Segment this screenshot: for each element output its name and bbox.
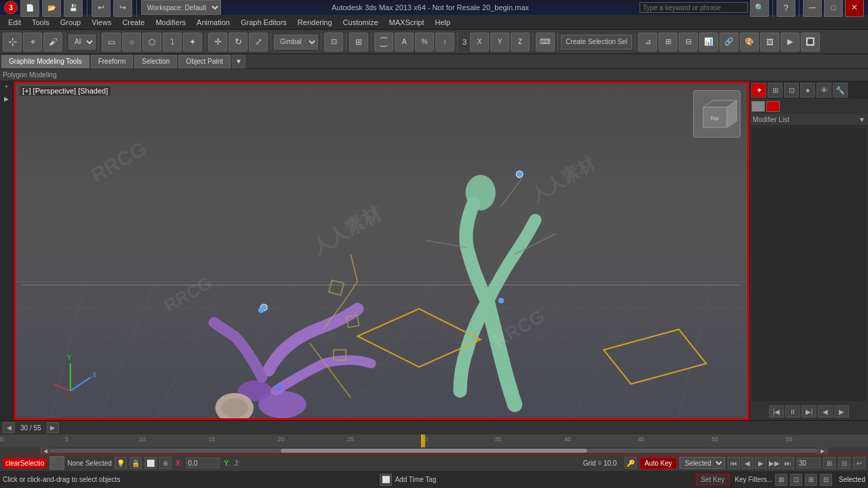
redo[interactable]: ↪: [113, 0, 132, 17]
nav-cube[interactable]: Top: [693, 90, 741, 138]
rp-next-frame[interactable]: ▶|: [802, 405, 816, 418]
rp-key-next[interactable]: ▶: [834, 405, 849, 418]
tab-object-paint[interactable]: Object Paint: [178, 55, 230, 68]
coord-z[interactable]: Z: [511, 33, 530, 52]
render-scene[interactable]: 🖼: [760, 33, 779, 52]
next-frame[interactable]: ▶▶: [768, 457, 781, 469]
play-mode[interactable]: ⊟: [838, 457, 850, 469]
create-selection-button[interactable]: Create Selection Sel: [561, 35, 632, 49]
scroll-thumb[interactable]: [281, 449, 588, 453]
timeline-prev[interactable]: ◀: [3, 422, 15, 433]
undo[interactable]: ↩: [92, 0, 111, 17]
menu-group[interactable]: Group: [55, 17, 87, 28]
go-start[interactable]: ⏮: [728, 457, 740, 469]
minimize-button[interactable]: ─: [803, 0, 822, 17]
auto-key-button[interactable]: Auto Key: [639, 458, 677, 469]
menu-customize[interactable]: Customize: [338, 17, 384, 28]
maximize-button[interactable]: □: [824, 0, 843, 17]
new-file[interactable]: 📄: [20, 0, 39, 17]
anim-mode-2[interactable]: ⊡: [790, 474, 802, 486]
color-swatch-1[interactable]: [751, 101, 765, 112]
key-filters-label[interactable]: Key Filters...: [735, 476, 773, 483]
help-icon[interactable]: ?: [776, 0, 795, 17]
anim-mode-3[interactable]: ⊞: [805, 474, 817, 486]
move-tool[interactable]: ✛: [208, 33, 227, 52]
menu-rendering[interactable]: Rendering: [292, 17, 338, 28]
loop-mode[interactable]: ↩: [853, 457, 865, 469]
select-paint2[interactable]: ✦: [183, 33, 202, 52]
align-tool[interactable]: ⊞: [658, 33, 677, 52]
save-file[interactable]: 💾: [64, 0, 83, 17]
scroll-track[interactable]: [50, 449, 818, 453]
create-panel-icon[interactable]: ✦: [751, 83, 766, 98]
filter-dropdown[interactable]: All: [68, 35, 96, 49]
reference-coord[interactable]: Gimbal: [274, 35, 318, 49]
set-key-button[interactable]: Set Key: [696, 474, 729, 485]
menu-tools[interactable]: Tools: [26, 17, 55, 28]
key-icon[interactable]: 🔑: [625, 457, 637, 469]
motion-panel-icon[interactable]: ●: [800, 83, 815, 98]
modify-panel-icon[interactable]: ⊞: [768, 83, 783, 98]
search-input[interactable]: [639, 2, 748, 13]
menu-create[interactable]: Create: [117, 17, 150, 28]
tab-selection[interactable]: Selection: [134, 55, 177, 68]
select-circle[interactable]: ○: [122, 33, 141, 52]
selected-dropdown[interactable]: Selected: [679, 457, 725, 469]
go-end[interactable]: ⏭: [782, 457, 794, 469]
status-light-icon[interactable]: 💡: [115, 457, 127, 469]
create-panel-btn[interactable]: +: [1, 83, 12, 94]
status-cube-icon[interactable]: ⬜: [144, 457, 157, 469]
search-icon[interactable]: 🔍: [750, 0, 769, 17]
angle-snap[interactable]: A: [395, 33, 414, 52]
keyboard-shortcut[interactable]: ⌨: [536, 33, 555, 52]
color-swatch-2[interactable]: [766, 101, 780, 112]
add-time-tag[interactable]: Add Time Tag: [395, 476, 436, 483]
rotate-tool[interactable]: ↻: [229, 33, 248, 52]
paint-select[interactable]: 🖌: [43, 33, 62, 52]
timeline-scrollbar[interactable]: ◀ ▶: [0, 447, 868, 454]
timeline-track[interactable]: 0 5 10 15 20 25 30 35 40 45 50 55: [0, 434, 868, 447]
anim-mode-4[interactable]: ⊟: [820, 474, 832, 486]
viewport-toggle[interactable]: ⬜: [380, 474, 392, 486]
menu-modifiers[interactable]: Modifiers: [150, 17, 191, 28]
play-button[interactable]: ▶: [755, 457, 767, 469]
track-view[interactable]: 📊: [699, 33, 718, 52]
schematic-view[interactable]: 🔗: [719, 33, 738, 52]
menu-graph-editors[interactable]: Graph Editors: [235, 17, 292, 28]
timeline-next[interactable]: ▶: [47, 422, 59, 433]
spinner-snap[interactable]: ↕: [435, 33, 454, 52]
layer-mgr[interactable]: ⊟: [679, 33, 698, 52]
status-snap-icon[interactable]: ⊕: [159, 457, 172, 469]
modifier-list-arrow[interactable]: ▼: [859, 116, 865, 123]
select-fence[interactable]: ⬠: [142, 33, 161, 52]
open-file[interactable]: 📂: [42, 0, 61, 17]
clear-selection-button[interactable]: clearSelectio: [3, 458, 47, 468]
mt-expand-icon[interactable]: ▼: [232, 55, 245, 68]
hierarchy-panel-icon[interactable]: ⊡: [784, 83, 799, 98]
menu-edit[interactable]: Edit: [3, 17, 26, 28]
key-mode[interactable]: ⊞: [823, 457, 835, 469]
scale-tool[interactable]: ⤢: [249, 33, 268, 52]
workspace-dropdown[interactable]: Workspace: Default: [141, 0, 221, 15]
utilities-panel-icon[interactable]: 🔧: [833, 83, 848, 98]
status-lock-icon[interactable]: 🔒: [130, 457, 142, 469]
select-tool[interactable]: ⊹: [3, 33, 22, 52]
coord-y[interactable]: Y: [490, 33, 509, 52]
anim-mode-1[interactable]: ⊠: [775, 474, 787, 486]
select-rect[interactable]: ▭: [102, 33, 121, 52]
x-coord-input[interactable]: [186, 458, 220, 468]
display-panel-icon[interactable]: 👁: [816, 83, 831, 98]
menu-animation[interactable]: Animation: [191, 17, 235, 28]
tab-graphite[interactable]: Graphite Modeling Tools: [1, 55, 90, 68]
material-editor[interactable]: 🎨: [740, 33, 759, 52]
coord-x[interactable]: X: [470, 33, 489, 52]
animate-btn[interactable]: ▶: [1, 96, 12, 106]
menu-help[interactable]: Help: [430, 17, 456, 28]
rp-prev-frame[interactable]: |◀: [769, 405, 784, 418]
rp-key-prev[interactable]: ◀: [818, 405, 833, 418]
prev-frame[interactable]: ◀: [741, 457, 753, 469]
viewport[interactable]: X Y [+] [Perspective] [Shaded] Top RRCG …: [14, 81, 749, 420]
tab-freeform[interactable]: Freeform: [91, 55, 134, 68]
select-link[interactable]: ⊞: [349, 33, 368, 52]
menu-views[interactable]: Views: [86, 17, 117, 28]
